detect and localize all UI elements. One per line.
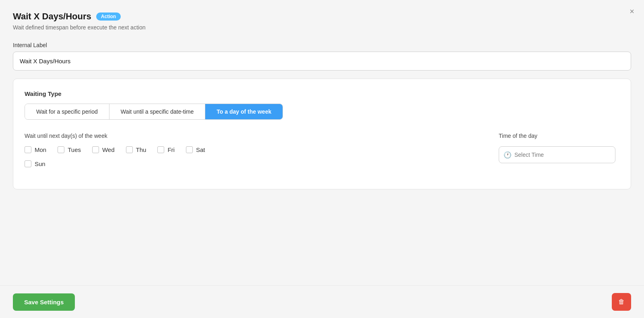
close-button[interactable]: × [630, 7, 634, 15]
day-label-fri: Fri [167, 146, 175, 153]
footer: Save Settings 🗑 [0, 285, 644, 318]
days-row-2: Sun [25, 160, 475, 167]
waiting-type-card: Waiting Type Wait for a specific period … [13, 79, 631, 189]
checkbox-sun[interactable] [25, 160, 31, 167]
week-section: Wait until next day(s) of the week Mon T… [25, 133, 619, 175]
days-section-label: Wait until next day(s) of the week [25, 133, 475, 139]
time-column: Time of the day 🕐 [499, 133, 619, 163]
day-item-fri[interactable]: Fri [157, 146, 175, 153]
checkbox-thu[interactable] [126, 146, 133, 153]
delete-button[interactable]: 🗑 [612, 293, 631, 311]
checkbox-tues[interactable] [58, 146, 64, 153]
day-item-mon[interactable]: Mon [25, 146, 46, 153]
checkbox-wed[interactable] [92, 146, 99, 153]
day-label-wed: Wed [102, 146, 115, 153]
day-label-mon: Mon [35, 146, 46, 153]
waiting-type-tab-group: Wait for a specific period Wait until a … [25, 104, 283, 120]
tab-wait-period[interactable]: Wait for a specific period [25, 104, 109, 119]
days-column: Wait until next day(s) of the week Mon T… [25, 133, 475, 175]
checkbox-fri[interactable] [157, 146, 164, 153]
action-badge: Action [96, 12, 121, 21]
trash-icon: 🗑 [618, 298, 625, 306]
internal-label-heading: Internal Label [13, 42, 631, 48]
time-section-label: Time of the day [499, 133, 619, 139]
save-settings-button[interactable]: Save Settings [13, 293, 75, 311]
header-title-row: Wait X Days/Hours Action [13, 11, 631, 22]
checkbox-mon[interactable] [25, 146, 31, 153]
main-panel: × Wait X Days/Hours Action Wait defined … [0, 0, 644, 318]
tab-day-of-week[interactable]: To a day of the week [205, 104, 283, 119]
internal-label-input[interactable] [13, 52, 631, 71]
day-item-tues[interactable]: Tues [58, 146, 81, 153]
tab-wait-datetime[interactable]: Wait until a specific date-time [109, 104, 206, 119]
time-input[interactable] [499, 146, 615, 163]
page-title: Wait X Days/Hours [13, 11, 91, 22]
day-label-sun: Sun [35, 160, 45, 167]
days-row-1: Mon Tues Wed Thu [25, 146, 475, 153]
day-item-wed[interactable]: Wed [92, 146, 115, 153]
subtitle: Wait defined timespan before execute the… [13, 24, 631, 31]
day-label-thu: Thu [136, 146, 147, 153]
day-item-sat[interactable]: Sat [186, 146, 205, 153]
day-label-tues: Tues [68, 146, 81, 153]
checkbox-sat[interactable] [186, 146, 193, 153]
waiting-type-label: Waiting Type [25, 90, 619, 97]
time-input-wrapper: 🕐 [499, 146, 615, 163]
day-item-sun[interactable]: Sun [25, 160, 45, 167]
day-label-sat: Sat [196, 146, 205, 153]
day-item-thu[interactable]: Thu [126, 146, 147, 153]
